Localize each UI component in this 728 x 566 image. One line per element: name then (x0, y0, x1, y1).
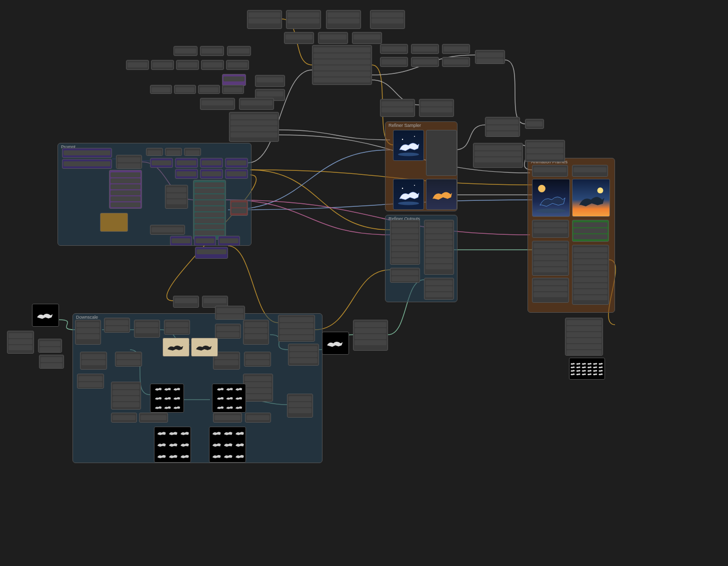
node-slot[interactable] (392, 222, 418, 227)
node-slot[interactable] (314, 53, 370, 58)
node-slot[interactable] (476, 52, 504, 57)
node-n31[interactable] (411, 57, 439, 67)
node-slot[interactable] (176, 87, 194, 92)
node-slot[interactable] (216, 332, 240, 337)
node-n17[interactable] (150, 85, 172, 94)
node-n85[interactable] (104, 318, 130, 333)
node-n49[interactable] (225, 158, 248, 168)
node-slot[interactable] (240, 100, 272, 105)
node-slot[interactable] (486, 119, 518, 124)
node-n24[interactable] (239, 98, 274, 110)
node-slot[interactable] (116, 354, 140, 359)
node-slot[interactable] (244, 376, 272, 381)
node-slot[interactable] (194, 212, 224, 217)
node-n95[interactable] (244, 352, 271, 367)
node-n56[interactable] (230, 200, 248, 216)
node-n54[interactable] (165, 185, 188, 209)
node-slot[interactable] (116, 360, 140, 365)
node-slot[interactable] (426, 264, 452, 269)
node-slot[interactable] (172, 238, 190, 243)
node-slot[interactable] (534, 167, 566, 172)
node-slot[interactable] (228, 62, 248, 67)
node-slot[interactable] (574, 271, 608, 276)
node-slot[interactable] (226, 171, 246, 176)
node-n8[interactable] (174, 46, 198, 56)
node-slot[interactable] (202, 171, 222, 176)
node-n53[interactable] (109, 170, 142, 209)
node-n10[interactable] (227, 46, 251, 56)
node-slot[interactable] (420, 107, 452, 112)
node-slot[interactable] (382, 59, 406, 64)
node-slot[interactable] (166, 199, 186, 204)
node-n46[interactable] (150, 158, 173, 168)
node-slot[interactable] (574, 222, 608, 227)
node-slot[interactable] (202, 48, 222, 53)
node-slot[interactable] (526, 148, 564, 153)
node-slot[interactable] (230, 114, 278, 119)
node-slot[interactable] (8, 345, 32, 350)
preview-p3[interactable] (162, 338, 190, 357)
node-slot[interactable] (526, 121, 542, 126)
node-n16[interactable] (222, 74, 246, 86)
node-slot[interactable] (382, 46, 406, 51)
node-n9[interactable] (200, 46, 224, 56)
node-slot[interactable] (40, 341, 60, 346)
node-slot[interactable] (566, 350, 602, 355)
node-n36[interactable] (485, 117, 520, 137)
node-slot[interactable] (196, 238, 214, 243)
node-slot[interactable] (372, 18, 404, 23)
node-slot[interactable] (288, 402, 312, 407)
node-n39[interactable] (525, 140, 565, 162)
node-slot[interactable] (354, 322, 386, 327)
node-slot[interactable] (534, 222, 568, 227)
node-slot[interactable] (474, 151, 522, 156)
node-slot[interactable] (214, 360, 238, 365)
node-slot[interactable] (40, 357, 62, 362)
node-slot[interactable] (224, 87, 242, 92)
node-slot[interactable] (392, 234, 418, 239)
node-slot[interactable] (204, 298, 226, 303)
node-slot[interactable] (372, 12, 404, 17)
node-n44[interactable] (165, 148, 182, 156)
node-slot[interactable] (246, 354, 270, 359)
node-n7[interactable] (352, 32, 382, 44)
node-slot[interactable] (152, 227, 184, 232)
preview-p1[interactable] (32, 304, 59, 327)
node-slot[interactable] (244, 382, 272, 387)
node-slot[interactable] (118, 163, 140, 168)
node-slot[interactable] (288, 18, 320, 23)
node-n75[interactable] (173, 296, 199, 308)
node-slot[interactable] (224, 76, 244, 81)
node-slot[interactable] (176, 160, 196, 165)
node-slot[interactable] (214, 354, 238, 359)
node-n61[interactable] (218, 236, 240, 246)
node-n70[interactable] (572, 220, 609, 242)
node-slot[interactable] (534, 249, 568, 254)
node-slot[interactable] (392, 276, 418, 281)
node-slot[interactable] (76, 322, 100, 327)
node-n38[interactable] (525, 119, 544, 129)
node-slot[interactable] (176, 171, 196, 176)
node-slot[interactable] (112, 415, 136, 420)
node-n11[interactable] (126, 60, 149, 70)
node-slot[interactable] (534, 286, 568, 291)
node-slot[interactable] (392, 270, 418, 275)
node-slot[interactable] (174, 298, 198, 303)
node-slot[interactable] (412, 46, 438, 51)
node-slot[interactable] (78, 382, 102, 387)
node-slot[interactable] (152, 62, 172, 67)
node-n14[interactable] (201, 60, 224, 70)
node-slot[interactable] (112, 384, 140, 389)
node-slot[interactable] (574, 283, 608, 288)
preview-p7[interactable] (154, 427, 191, 463)
node-slot[interactable] (444, 46, 468, 51)
node-slot[interactable] (574, 234, 608, 239)
node-slot[interactable] (314, 59, 370, 64)
node-n73[interactable] (532, 278, 569, 303)
node-n3[interactable] (326, 10, 361, 29)
node-n59[interactable] (170, 236, 192, 246)
node-n101[interactable] (245, 413, 271, 423)
node-slot[interactable] (244, 328, 268, 333)
node-slot[interactable] (574, 167, 606, 172)
node-slot[interactable] (232, 208, 246, 213)
